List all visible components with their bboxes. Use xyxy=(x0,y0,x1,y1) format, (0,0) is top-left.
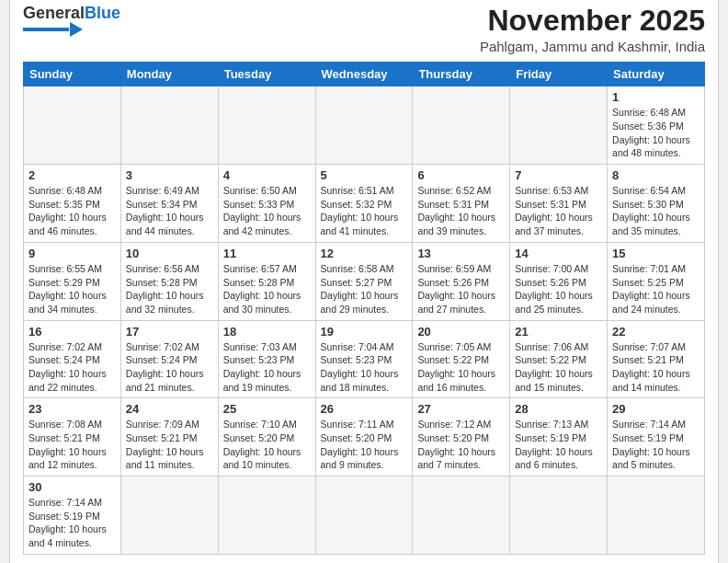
day-info: Sunrise: 6:50 AM Sunset: 5:33 PM Dayligh… xyxy=(223,184,311,238)
day-cell: 23Sunrise: 7:08 AM Sunset: 5:21 PM Dayli… xyxy=(24,398,121,477)
day-cell: 14Sunrise: 7:00 AM Sunset: 5:26 PM Dayli… xyxy=(510,242,608,320)
day-number: 25 xyxy=(223,402,311,416)
day-info: Sunrise: 6:59 AM Sunset: 5:26 PM Dayligh… xyxy=(417,262,505,316)
header-day: Thursday xyxy=(413,63,510,86)
day-info: Sunrise: 7:02 AM Sunset: 5:24 PM Dayligh… xyxy=(126,340,213,395)
day-info: Sunrise: 7:03 AM Sunset: 5:23 PM Dayligh… xyxy=(223,340,311,395)
logo: General Blue xyxy=(23,5,120,37)
day-number: 17 xyxy=(126,325,213,339)
day-cell: 1Sunrise: 6:48 AM Sunset: 5:36 PM Daylig… xyxy=(608,86,705,165)
day-cell: 9Sunrise: 6:55 AM Sunset: 5:29 PM Daylig… xyxy=(24,242,121,320)
logo-text: General xyxy=(23,5,85,21)
day-cell xyxy=(413,86,510,165)
day-number: 15 xyxy=(612,247,700,260)
day-info: Sunrise: 7:09 AM Sunset: 5:21 PM Dayligh… xyxy=(126,418,213,472)
day-info: Sunrise: 7:08 AM Sunset: 5:21 PM Dayligh… xyxy=(28,418,116,472)
day-cell xyxy=(218,86,315,165)
month-title: November 2025 xyxy=(480,5,705,37)
day-number: 26 xyxy=(321,402,408,416)
logo-blue-text: Blue xyxy=(85,5,120,21)
location: Pahlgam, Jammu and Kashmir, India xyxy=(480,39,705,54)
week-row: 2Sunrise: 6:48 AM Sunset: 5:35 PM Daylig… xyxy=(24,165,705,243)
day-cell: 2Sunrise: 6:48 AM Sunset: 5:35 PM Daylig… xyxy=(24,165,121,243)
day-cell: 19Sunrise: 7:04 AM Sunset: 5:23 PM Dayli… xyxy=(315,320,413,398)
day-cell: 15Sunrise: 7:01 AM Sunset: 5:25 PM Dayli… xyxy=(608,242,705,320)
day-number: 3 xyxy=(126,168,213,182)
day-cell: 11Sunrise: 6:57 AM Sunset: 5:28 PM Dayli… xyxy=(218,242,315,320)
day-info: Sunrise: 6:49 AM Sunset: 5:34 PM Dayligh… xyxy=(126,184,213,238)
day-cell xyxy=(315,477,413,555)
day-info: Sunrise: 6:56 AM Sunset: 5:28 PM Dayligh… xyxy=(126,262,213,316)
day-cell: 5Sunrise: 6:51 AM Sunset: 5:32 PM Daylig… xyxy=(315,165,413,243)
calendar-table: SundayMondayTuesdayWednesdayThursdayFrid… xyxy=(23,62,705,555)
day-cell: 22Sunrise: 7:07 AM Sunset: 5:21 PM Dayli… xyxy=(608,320,705,398)
day-cell xyxy=(24,86,121,165)
day-number: 27 xyxy=(417,402,505,416)
day-info: Sunrise: 7:01 AM Sunset: 5:25 PM Dayligh… xyxy=(612,262,700,316)
day-info: Sunrise: 7:06 AM Sunset: 5:22 PM Dayligh… xyxy=(515,340,602,395)
day-cell: 26Sunrise: 7:11 AM Sunset: 5:20 PM Dayli… xyxy=(315,398,413,477)
day-number: 28 xyxy=(515,402,602,416)
day-cell: 10Sunrise: 6:56 AM Sunset: 5:28 PM Dayli… xyxy=(120,242,218,320)
day-number: 30 xyxy=(28,480,116,494)
day-cell xyxy=(510,477,608,555)
day-cell: 8Sunrise: 6:54 AM Sunset: 5:30 PM Daylig… xyxy=(608,165,705,243)
day-number: 10 xyxy=(126,247,213,260)
day-number: 29 xyxy=(612,402,700,416)
day-info: Sunrise: 6:58 AM Sunset: 5:27 PM Dayligh… xyxy=(321,262,408,316)
header: General Blue November 2025 Pahlgam, Jamm… xyxy=(23,5,705,54)
day-cell: 18Sunrise: 7:03 AM Sunset: 5:23 PM Dayli… xyxy=(218,320,315,398)
day-info: Sunrise: 7:02 AM Sunset: 5:24 PM Dayligh… xyxy=(28,340,116,395)
day-info: Sunrise: 7:13 AM Sunset: 5:19 PM Dayligh… xyxy=(515,418,602,472)
day-number: 11 xyxy=(223,247,311,260)
day-number: 13 xyxy=(417,247,505,260)
day-cell: 3Sunrise: 6:49 AM Sunset: 5:34 PM Daylig… xyxy=(120,165,218,243)
day-info: Sunrise: 6:57 AM Sunset: 5:28 PM Dayligh… xyxy=(223,262,311,316)
day-number: 7 xyxy=(515,168,602,182)
calendar-container: General Blue November 2025 Pahlgam, Jamm… xyxy=(9,0,719,563)
day-number: 23 xyxy=(28,402,116,416)
header-day: Monday xyxy=(120,63,218,86)
week-row: 16Sunrise: 7:02 AM Sunset: 5:24 PM Dayli… xyxy=(24,320,705,398)
day-cell xyxy=(120,86,218,165)
day-info: Sunrise: 7:04 AM Sunset: 5:23 PM Dayligh… xyxy=(321,340,408,395)
day-info: Sunrise: 7:14 AM Sunset: 5:19 PM Dayligh… xyxy=(612,418,700,472)
day-cell xyxy=(315,86,413,165)
day-info: Sunrise: 6:53 AM Sunset: 5:31 PM Dayligh… xyxy=(515,184,602,238)
day-info: Sunrise: 7:10 AM Sunset: 5:20 PM Dayligh… xyxy=(223,418,311,472)
day-number: 24 xyxy=(126,402,213,416)
day-number: 18 xyxy=(223,325,311,339)
day-info: Sunrise: 6:48 AM Sunset: 5:36 PM Dayligh… xyxy=(612,106,700,160)
day-number: 9 xyxy=(28,247,116,260)
day-cell: 25Sunrise: 7:10 AM Sunset: 5:20 PM Dayli… xyxy=(218,398,315,477)
day-number: 2 xyxy=(28,168,116,182)
day-info: Sunrise: 6:51 AM Sunset: 5:32 PM Dayligh… xyxy=(321,184,408,238)
day-cell: 27Sunrise: 7:12 AM Sunset: 5:20 PM Dayli… xyxy=(413,398,510,477)
logo-bar xyxy=(23,28,69,31)
day-info: Sunrise: 6:52 AM Sunset: 5:31 PM Dayligh… xyxy=(417,184,505,238)
day-number: 4 xyxy=(223,168,311,182)
day-cell: 4Sunrise: 6:50 AM Sunset: 5:33 PM Daylig… xyxy=(218,165,315,243)
title-section: November 2025 Pahlgam, Jammu and Kashmir… xyxy=(480,5,705,54)
day-info: Sunrise: 7:05 AM Sunset: 5:22 PM Dayligh… xyxy=(417,340,505,395)
day-number: 14 xyxy=(515,247,602,260)
day-cell: 29Sunrise: 7:14 AM Sunset: 5:19 PM Dayli… xyxy=(608,398,705,477)
week-row: 23Sunrise: 7:08 AM Sunset: 5:21 PM Dayli… xyxy=(24,398,705,477)
day-cell: 6Sunrise: 6:52 AM Sunset: 5:31 PM Daylig… xyxy=(413,165,510,243)
week-row: 9Sunrise: 6:55 AM Sunset: 5:29 PM Daylig… xyxy=(24,242,705,320)
day-cell xyxy=(120,477,218,555)
day-info: Sunrise: 7:00 AM Sunset: 5:26 PM Dayligh… xyxy=(515,262,602,316)
day-number: 8 xyxy=(612,168,700,182)
day-cell: 7Sunrise: 6:53 AM Sunset: 5:31 PM Daylig… xyxy=(510,165,608,243)
day-number: 1 xyxy=(612,90,700,104)
day-number: 20 xyxy=(417,325,505,339)
day-cell: 24Sunrise: 7:09 AM Sunset: 5:21 PM Dayli… xyxy=(120,398,218,477)
header-day: Saturday xyxy=(608,63,705,86)
day-number: 12 xyxy=(321,247,408,260)
day-cell: 12Sunrise: 6:58 AM Sunset: 5:27 PM Dayli… xyxy=(315,242,413,320)
day-info: Sunrise: 6:55 AM Sunset: 5:29 PM Dayligh… xyxy=(28,262,116,316)
day-info: Sunrise: 7:11 AM Sunset: 5:20 PM Dayligh… xyxy=(321,418,408,472)
header-day: Wednesday xyxy=(315,63,413,86)
day-info: Sunrise: 6:48 AM Sunset: 5:35 PM Dayligh… xyxy=(28,184,116,238)
day-info: Sunrise: 6:54 AM Sunset: 5:30 PM Dayligh… xyxy=(612,184,700,238)
